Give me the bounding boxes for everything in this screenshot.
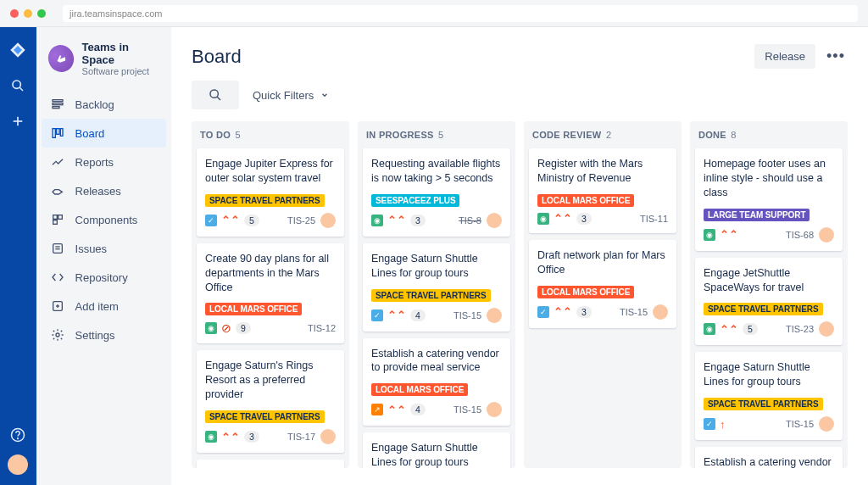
story-points-badge: 9 <box>236 322 251 334</box>
story-points-badge: 3 <box>244 431 259 443</box>
story-points-badge: 3 <box>576 213 592 225</box>
sidebar-item-board[interactable]: Board <box>42 119 166 148</box>
search-icon[interactable] <box>8 76 27 95</box>
issue-card[interactable]: Establish a catering vendor to provide m… <box>363 338 510 426</box>
column-header: DONE 8 <box>695 130 843 142</box>
story-points-badge: 4 <box>410 404 426 415</box>
sidebar-item-add-item[interactable]: Add item <box>36 292 171 321</box>
column-count: 2 <box>604 130 612 140</box>
issue-card[interactable]: Establish a catering vendor to provide m… <box>695 447 843 468</box>
card-title: Engage JetShuttle SpaceWays for travel <box>704 266 834 295</box>
sidebar-item-repository[interactable]: Repository <box>36 263 171 292</box>
issue-key[interactable]: TIS-15 <box>453 310 481 321</box>
issue-key[interactable]: TIS-11 <box>640 214 668 224</box>
window-controls <box>10 9 46 18</box>
close-window-icon[interactable] <box>10 9 19 18</box>
issue-card[interactable]: Homepage footer uses an inline style - s… <box>695 148 843 251</box>
assignee-avatar[interactable] <box>320 429 336 444</box>
issue-card[interactable]: Engage Saturn's Rings Resort as a prefer… <box>197 350 344 453</box>
quick-filters-dropdown[interactable]: Quick Filters <box>253 89 329 102</box>
assignee-avatar[interactable] <box>819 227 834 242</box>
issue-key[interactable]: TIS-8 <box>459 215 481 226</box>
sidebar-item-releases[interactable]: Releases <box>36 176 171 205</box>
sidebar-item-issues[interactable]: Issues <box>36 234 171 263</box>
sidebar-item-label: Backlog <box>75 98 114 111</box>
issues-icon <box>50 241 65 256</box>
issue-card[interactable]: Engage Saturn Shuttle Lines for group to… <box>363 243 510 332</box>
story-points-badge: 5 <box>244 215 259 226</box>
epic-tag[interactable]: SPACE TRAVEL PARTNERS <box>371 289 491 302</box>
epic-tag[interactable]: LOCAL MARS OFFICE <box>371 383 468 396</box>
epic-tag[interactable]: SEESPACEEZ PLUS <box>371 194 459 207</box>
more-menu-icon[interactable]: ••• <box>824 45 848 69</box>
issue-card[interactable]: Create 90 day plans for all departments … <box>197 243 344 344</box>
assignee-avatar[interactable] <box>487 213 502 228</box>
sidebar-item-backlog[interactable]: Backlog <box>36 90 171 119</box>
minimize-window-icon[interactable] <box>24 9 32 18</box>
column-count: 8 <box>728 130 737 140</box>
issue-card[interactable]: Engage Jupiter Express for outer solar s… <box>197 148 344 237</box>
issue-card[interactable]: Enable Speedy SpaceCraft as the preferre… <box>197 460 344 468</box>
create-icon[interactable] <box>8 112 27 131</box>
issue-key[interactable]: TIS-68 <box>786 230 814 240</box>
assignee-avatar[interactable] <box>487 308 502 323</box>
sidebar-item-settings[interactable]: Settings <box>36 321 171 349</box>
priority-highest-icon: ⌃⌃ <box>720 324 738 335</box>
assignee-avatar[interactable] <box>819 416 834 432</box>
epic-tag[interactable]: SPACE TRAVEL PARTNERS <box>704 303 823 315</box>
issue-key[interactable]: TIS-15 <box>620 307 648 317</box>
issue-key[interactable]: TIS-15 <box>453 404 481 415</box>
board-search-icon[interactable] <box>192 81 239 109</box>
sidebar-item-components[interactable]: Components <box>36 205 171 234</box>
column-to-do: TO DO 5Engage Jupiter Express for outer … <box>192 121 349 468</box>
issue-card[interactable]: Engage Saturn Shuttle Lines for group to… <box>363 432 510 468</box>
quick-filters-label: Quick Filters <box>253 89 314 102</box>
project-sidebar: Teams in Space Software project BacklogB… <box>36 27 171 485</box>
card-title: Draft network plan for Mars Office <box>537 248 668 277</box>
backlog-icon <box>50 97 65 112</box>
assignee-avatar[interactable] <box>653 304 668 320</box>
assignee-avatar[interactable] <box>819 321 834 337</box>
svg-line-1 <box>19 87 23 91</box>
epic-tag[interactable]: SPACE TRAVEL PARTNERS <box>205 194 325 207</box>
story-points-badge: 4 <box>410 309 426 321</box>
epic-tag[interactable]: SPACE TRAVEL PARTNERS <box>205 410 325 423</box>
column-header: TO DO 5 <box>197 130 344 142</box>
issue-key[interactable]: TIS-17 <box>287 432 315 442</box>
sidebar-item-label: Issues <box>75 242 108 255</box>
epic-tag[interactable]: LARGE TEAM SUPPORT <box>704 209 810 221</box>
epic-tag[interactable]: LOCAL MARS OFFICE <box>205 303 302 315</box>
sidebar-item-reports[interactable]: Reports <box>36 148 171 176</box>
column-done: DONE 8Homepage footer uses an inline sty… <box>690 121 848 468</box>
priority-high-icon: ↑ <box>720 419 726 430</box>
release-button[interactable]: Release <box>754 44 815 69</box>
issue-key[interactable]: TIS-23 <box>786 324 814 334</box>
project-header[interactable]: Teams in Space Software project <box>36 41 171 90</box>
issue-card[interactable]: Engage JetShuttle SpaceWays for travelSP… <box>695 258 843 346</box>
epic-tag[interactable]: SPACE TRAVEL PARTNERS <box>704 398 823 410</box>
card-title: Engage Saturn Shuttle Lines for group to… <box>704 360 834 389</box>
issue-type-icon: ✓ <box>205 215 217 226</box>
issue-key[interactable]: TIS-15 <box>786 419 814 429</box>
url-bar[interactable]: jira.teamsinspace.com <box>63 5 858 22</box>
card-title: Engage Saturn's Rings Resort as a prefer… <box>205 359 336 402</box>
jira-logo-icon[interactable] <box>8 41 27 59</box>
help-icon[interactable] <box>8 426 27 444</box>
settings-icon <box>50 327 65 343</box>
issue-card[interactable]: Engage Saturn Shuttle Lines for group to… <box>695 352 843 440</box>
issue-card[interactable]: Requesting available flights is now taki… <box>363 148 510 237</box>
card-title: Establish a catering vendor to provide m… <box>704 455 834 468</box>
issue-key[interactable]: TIS-25 <box>287 215 315 226</box>
assignee-avatar[interactable] <box>320 213 336 228</box>
issue-type-icon: ↗ <box>371 404 383 415</box>
epic-tag[interactable]: LOCAL MARS OFFICE <box>537 286 634 298</box>
priority-highest-icon: ⌃⌃ <box>221 432 240 443</box>
user-avatar[interactable] <box>8 454 28 475</box>
issue-key[interactable]: TIS-12 <box>308 323 336 333</box>
maximize-window-icon[interactable] <box>37 9 46 18</box>
issue-card[interactable]: Register with the Mars Ministry of Reven… <box>529 148 676 233</box>
issue-card[interactable]: Draft network plan for Mars OfficeLOCAL … <box>529 240 676 328</box>
epic-tag[interactable]: LOCAL MARS OFFICE <box>537 194 634 207</box>
assignee-avatar[interactable] <box>487 402 502 417</box>
svg-rect-7 <box>53 103 63 105</box>
